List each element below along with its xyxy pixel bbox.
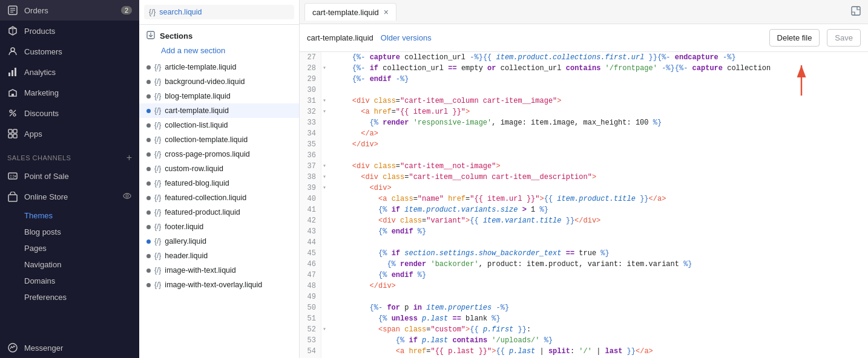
file-name: featured-collection.liquid: [165, 194, 246, 202]
messenger-icon: [7, 342, 18, 353]
file-status-dot: [146, 196, 151, 200]
curly-icon: {/}: [154, 63, 161, 71]
sidebar-item-online-store[interactable]: Online Store: [0, 186, 139, 207]
discounts-icon: [7, 108, 18, 119]
sidebar-sub-domains[interactable]: Domains: [0, 273, 139, 289]
file-item-cross-page-promos[interactable]: {/} cross-page-promos.liquid: [139, 147, 299, 161]
file-item-article[interactable]: {/} article-template.liquid: [139, 60, 299, 74]
sidebar-sub-preferences[interactable]: Preferences: [0, 289, 139, 305]
file-item-header[interactable]: {/} header.liquid: [139, 249, 299, 263]
code-line: 28 ▾ {%- if collection_url == empty or c…: [300, 63, 868, 74]
file-item-background-video[interactable]: {/} background-video.liquid: [139, 74, 299, 89]
editor-tabs: cart-template.liquid ×: [300, 0, 868, 24]
file-status-dot: [146, 138, 151, 142]
apps-icon: [7, 128, 18, 139]
sidebar-sub-navigation[interactable]: Navigation: [0, 256, 139, 273]
file-status-dot: [146, 210, 151, 215]
editor-file-label: cart-template.liquid: [307, 33, 373, 42]
curly-icon: {/}: [154, 106, 161, 115]
code-line: 31 ▾ <div class="cart-item__column cart-…: [300, 96, 868, 106]
save-button[interactable]: Save: [827, 29, 861, 47]
sidebar-item-apps[interactable]: Apps: [0, 123, 139, 144]
customers-label: Customers: [24, 47, 62, 56]
orders-icon: [7, 5, 18, 16]
file-status-dot: [146, 225, 151, 229]
expand-editor-button[interactable]: [849, 4, 863, 21]
products-label: Products: [24, 27, 55, 36]
file-item-cart-template[interactable]: {/} cart-template.liquid: [139, 103, 299, 118]
file-item-collection-template[interactable]: {/} collection-template.liquid: [139, 132, 299, 147]
file-item-image-with-text[interactable]: {/} image-with-text.liquid: [139, 263, 299, 278]
curly-braces-icon: {/}: [149, 8, 156, 16]
curly-icon: {/}: [154, 252, 161, 260]
code-editor[interactable]: 27 {%- capture collection_url -%}{{ item…: [300, 52, 868, 358]
svg-rect-32: [852, 7, 860, 15]
sidebar-item-customers[interactable]: Customers: [0, 41, 139, 62]
search-file-label[interactable]: search.liquid: [159, 8, 202, 16]
curly-icon: {/}: [154, 135, 161, 144]
code-line: 33 {% render 'responsive-image', image: …: [300, 117, 868, 128]
code-line: 37 ▾ <div class="cart-item__not-image">: [300, 161, 868, 172]
older-versions-link[interactable]: Older versions: [381, 33, 432, 42]
curly-icon: {/}: [154, 179, 161, 187]
code-line: 48 </div>: [300, 281, 868, 291]
close-tab-button[interactable]: ×: [384, 7, 389, 17]
file-item-image-with-text-overlay[interactable]: {/} image-with-text-overlay.liquid: [139, 278, 299, 292]
online-store-label: Online Store: [24, 192, 68, 201]
file-status-dot: [146, 239, 151, 244]
add-sales-channel-button[interactable]: +: [127, 152, 132, 163]
discounts-label: Discounts: [24, 109, 59, 118]
file-item-custom-row[interactable]: {/} custom-row.liquid: [139, 161, 299, 176]
file-item-featured-collection[interactable]: {/} featured-collection.liquid: [139, 190, 299, 205]
sidebar-item-products[interactable]: Products: [0, 21, 139, 41]
file-item-featured-product[interactable]: {/} featured-product.liquid: [139, 205, 299, 220]
sidebar-sub-themes[interactable]: Themes: [0, 207, 139, 224]
sidebar-sub-blog-posts[interactable]: Blog posts: [0, 224, 139, 240]
apps-label: Apps: [24, 129, 42, 138]
code-line: 36: [300, 150, 868, 161]
file-name: cross-page-promos.liquid: [165, 150, 249, 158]
file-name: featured-blog.liquid: [165, 179, 229, 187]
eye-icon: [122, 191, 132, 203]
file-item-gallery[interactable]: {/} gallery.liquid: [139, 234, 299, 249]
svg-rect-24: [8, 195, 17, 201]
file-status-dot: [146, 254, 151, 258]
file-name: blog-template.liquid: [165, 92, 230, 100]
add-section-link[interactable]: Add a new section: [139, 44, 299, 60]
sidebar-item-orders[interactable]: Orders 2: [0, 0, 139, 21]
code-line: 51 {% unless p.last == blank %}: [300, 313, 868, 324]
svg-line-13: [10, 110, 16, 116]
editor-tab-cart[interactable]: cart-template.liquid ×: [304, 3, 396, 21]
code-line: 45 {% if section.settings.show_backorder…: [300, 248, 868, 259]
code-line: 43 {% endif %}: [300, 226, 868, 237]
blog-posts-label: Blog posts: [24, 227, 61, 236]
file-status-dot: [146, 283, 151, 287]
sidebar-sub-pages[interactable]: Pages: [0, 240, 139, 256]
curly-icon: {/}: [154, 77, 161, 86]
editor-area: cart-template.liquid × cart-template.liq…: [300, 0, 868, 358]
code-line: 30: [300, 85, 868, 96]
file-status-dot: [146, 181, 151, 186]
file-item-featured-blog[interactable]: {/} featured-blog.liquid: [139, 176, 299, 190]
store-icon: [7, 192, 18, 203]
curly-icon: {/}: [154, 266, 161, 275]
file-name: image-with-text.liquid: [165, 266, 235, 275]
editor-tab-label: cart-template.liquid: [312, 8, 379, 17]
pages-label: Pages: [24, 244, 47, 253]
sections-label: Sections: [160, 31, 192, 41]
sidebar-item-messenger[interactable]: Messenger: [0, 337, 139, 358]
marketing-icon: [7, 87, 18, 98]
code-line: 42 <div class="variant">{{ item.variant.…: [300, 215, 868, 226]
sidebar-item-marketing[interactable]: Marketing: [0, 82, 139, 103]
svg-rect-8: [12, 70, 13, 76]
file-item-collection-list[interactable]: {/} collection-list.liquid: [139, 118, 299, 132]
file-item-blog-template[interactable]: {/} blog-template.liquid: [139, 89, 299, 103]
file-item-footer[interactable]: {/} footer.liquid: [139, 220, 299, 234]
sidebar-item-discounts[interactable]: Discounts: [0, 103, 139, 123]
sidebar-item-pos[interactable]: Point of Sale: [0, 166, 139, 186]
delete-file-button[interactable]: Delete file: [769, 29, 820, 47]
file-status-dot: [146, 65, 151, 70]
sidebar-item-analytics[interactable]: Analytics: [0, 62, 139, 82]
pos-icon: [7, 171, 18, 181]
code-line: 27 {%- capture collection_url -%}{{ item…: [300, 52, 868, 63]
